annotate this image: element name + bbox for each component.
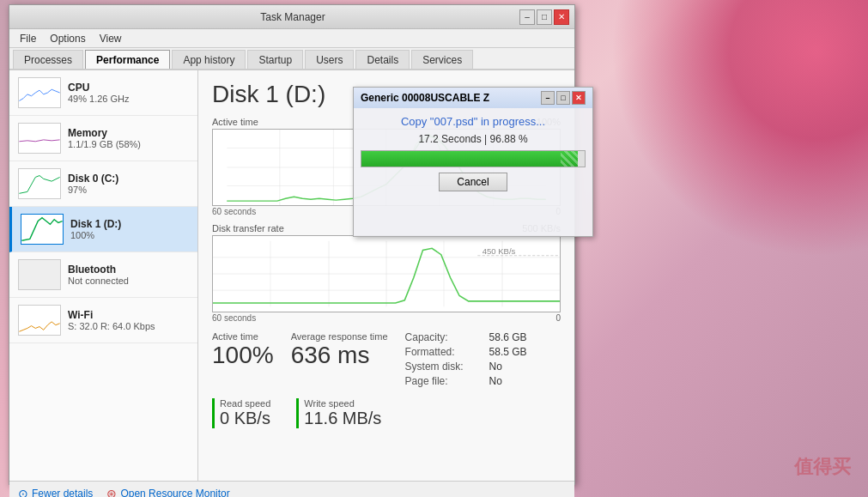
sidebar-item-cpu[interactable]: CPU 49% 1.26 GHz: [9, 70, 197, 116]
speed-row: Read speed 0 KB/s Write speed 11.6 MB/s: [212, 398, 561, 428]
cpu-info: CPU 49% 1.26 GHz: [68, 82, 130, 104]
write-speed-value: 11.6 MB/s: [304, 409, 381, 428]
window-controls: – □ ✕: [519, 9, 569, 25]
tab-users[interactable]: Users: [305, 50, 354, 69]
tab-startup[interactable]: Startup: [247, 50, 303, 69]
copy-dialog-controls: – □ ✕: [541, 91, 586, 105]
copy-time-text: 17.2 Seconds | 96.88 %: [361, 133, 586, 145]
read-speed-value: 0 KB/s: [220, 409, 270, 428]
active-time-stat-label: Active time: [212, 331, 274, 342]
system-disk-value: No: [489, 361, 502, 373]
transfer-scale-right: 0: [555, 313, 561, 323]
tab-services[interactable]: Services: [411, 50, 473, 69]
wifi-info: Wi-Fi S: 32.0 R: 64.0 Kbps: [68, 309, 155, 331]
svg-rect-1: [19, 124, 59, 153]
copy-dialog-title-text: Generic 00008USCABLE Z: [361, 92, 489, 104]
tab-performance[interactable]: Performance: [85, 50, 170, 69]
capacity-value: 58.6 GB: [489, 331, 527, 343]
menu-options[interactable]: Options: [43, 31, 92, 46]
bluetooth-info: Bluetooth Not connected: [68, 264, 129, 286]
tab-processes[interactable]: Processes: [13, 50, 83, 69]
memory-detail: 1.1/1.9 GB (58%): [68, 139, 141, 149]
avg-response-stat: Average response time 636 ms: [291, 331, 388, 367]
menu-view[interactable]: View: [93, 31, 129, 46]
copy-dialog: Generic 00008USCABLE Z – □ ✕ Copy "007.p…: [353, 87, 593, 237]
bg-decoration: [610, 0, 868, 258]
svg-text:450 KB/s: 450 KB/s: [483, 246, 516, 256]
page-file-value: No: [489, 375, 502, 387]
sidebar: CPU 49% 1.26 GHz Memory 1.1/1.9 GB (58%): [9, 70, 198, 481]
read-speed-block: Read speed 0 KB/s: [212, 398, 270, 428]
disk0-detail: 97%: [68, 185, 118, 195]
copy-progress-wave: [561, 151, 578, 167]
disk0-name: Disk 0 (C:): [68, 173, 118, 185]
sidebar-item-memory[interactable]: Memory 1.1/1.9 GB (58%): [9, 116, 197, 161]
copy-progress-bar: [361, 150, 586, 167]
formatted-label: Formatted:: [405, 346, 483, 358]
watermark: 值得买: [794, 454, 851, 480]
transfer-rate-section: Disk transfer rate 500 KB/s: [212, 223, 561, 323]
bluetooth-detail: Not connected: [68, 276, 129, 286]
tab-app-history[interactable]: App history: [172, 50, 246, 69]
svg-rect-0: [19, 78, 59, 107]
disk0-info: Disk 0 (C:) 97%: [68, 173, 118, 195]
disk-transfer-label: Disk transfer rate: [212, 223, 284, 233]
sidebar-item-wifi[interactable]: Wi-Fi S: 32.0 R: 64.0 Kbps: [9, 298, 197, 343]
read-speed-label: Read speed: [220, 398, 270, 409]
copy-dialog-min[interactable]: –: [541, 91, 555, 105]
copy-dialog-restore[interactable]: □: [556, 91, 570, 105]
avg-response-label: Average response time: [291, 331, 388, 342]
formatted-value: 58.5 GB: [489, 346, 527, 358]
title-bar: Task Manager – □ ✕: [9, 5, 574, 29]
memory-info: Memory 1.1/1.9 GB (58%): [68, 127, 141, 149]
close-button[interactable]: ✕: [554, 9, 569, 25]
wifi-name: Wi-Fi: [68, 309, 155, 321]
cpu-mini-graph: [18, 77, 61, 108]
sidebar-item-bluetooth[interactable]: Bluetooth Not connected: [9, 252, 197, 298]
transfer-scale-left: 60 seconds: [212, 313, 256, 323]
sidebar-item-disk1[interactable]: Disk 1 (D:) 100%: [9, 207, 197, 252]
capacity-label: Capacity:: [405, 331, 483, 343]
copy-cancel-button[interactable]: Cancel: [439, 173, 507, 191]
active-time-stat: Active time 100%: [212, 331, 274, 367]
monitor-icon: ⊛: [106, 487, 117, 498]
fewer-details-button[interactable]: ⊙ Fewer details: [18, 487, 93, 498]
disk-transfer-chart: 450 KB/s: [212, 235, 561, 312]
menu-file[interactable]: File: [13, 31, 43, 46]
copy-progress-fill: [361, 151, 578, 167]
page-file-label: Page file:: [405, 375, 483, 387]
restore-button[interactable]: □: [537, 9, 552, 25]
bluetooth-mini-graph: [18, 259, 61, 290]
wifi-detail: S: 32.0 R: 64.0 Kbps: [68, 321, 155, 331]
disk0-mini-graph: [18, 168, 61, 199]
svg-rect-5: [19, 306, 59, 335]
bluetooth-name: Bluetooth: [68, 264, 129, 276]
bottom-bar: ⊙ Fewer details ⊛ Open Resource Monitor: [9, 481, 574, 497]
disk1-detail: 100%: [70, 230, 121, 240]
avg-response-value: 636 ms: [291, 343, 388, 367]
copy-dialog-title-bar: Generic 00008USCABLE Z – □ ✕: [354, 88, 592, 108]
system-disk-label: System disk:: [405, 361, 483, 373]
disk1-name: Disk 1 (D:): [70, 218, 121, 230]
chevron-up-icon: ⊙: [18, 487, 28, 498]
minimize-button[interactable]: –: [519, 9, 535, 25]
write-speed-label: Write speed: [304, 398, 381, 409]
sidebar-item-disk0[interactable]: Disk 0 (C:) 97%: [9, 161, 197, 207]
svg-rect-4: [19, 260, 59, 289]
memory-name: Memory: [68, 127, 141, 139]
active-time-stat-value: 100%: [212, 343, 274, 367]
cpu-detail: 49% 1.26 GHz: [68, 94, 130, 104]
disk1-info: Disk 1 (D:) 100%: [70, 218, 121, 240]
active-time-label: Active time: [212, 117, 258, 127]
active-time-scale-left: 60 seconds: [212, 207, 256, 216]
task-manager-window: Task Manager – □ ✕ File Options View Pro…: [9, 4, 575, 485]
wifi-mini-graph: [18, 305, 61, 336]
copy-message: Copy "007.psd" in progress...: [361, 115, 586, 128]
capacity-block: Capacity: 58.6 GB Formatted: 58.5 GB Sys…: [405, 331, 527, 390]
cpu-name: CPU: [68, 82, 130, 94]
tab-details[interactable]: Details: [355, 50, 410, 69]
open-resource-monitor-button[interactable]: ⊛ Open Resource Monitor: [106, 487, 229, 498]
memory-mini-graph: [18, 123, 61, 154]
write-speed-block: Write speed 11.6 MB/s: [296, 398, 381, 428]
copy-dialog-close[interactable]: ✕: [572, 91, 586, 105]
